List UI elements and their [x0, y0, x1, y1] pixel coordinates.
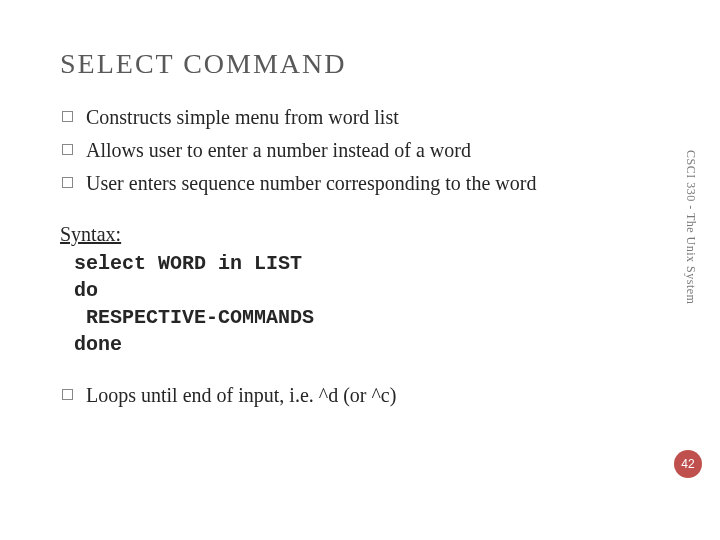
bullet-list-2: Loops until end of input, i.e. ^d (or ^c… — [60, 382, 660, 409]
syntax-label: Syntax: — [60, 221, 660, 248]
list-item: Constructs simple menu from word list — [60, 104, 660, 131]
slide-body: Constructs simple menu from word list Al… — [60, 104, 660, 409]
list-item: User enters sequence number correspondin… — [60, 170, 660, 197]
slide: SELECT COMMAND Constructs simple menu fr… — [0, 0, 720, 540]
page-title: SELECT COMMAND — [60, 48, 660, 80]
bullet-list-1: Constructs simple menu from word list Al… — [60, 104, 660, 197]
list-item: Loops until end of input, i.e. ^d (or ^c… — [60, 382, 660, 409]
course-label: CSCI 330 - The Unix System — [683, 150, 698, 304]
code-block: select WORD in LIST do RESPECTIVE-COMMAN… — [74, 250, 660, 358]
list-item: Allows user to enter a number instead of… — [60, 137, 660, 164]
page-number-badge: 42 — [674, 450, 702, 478]
